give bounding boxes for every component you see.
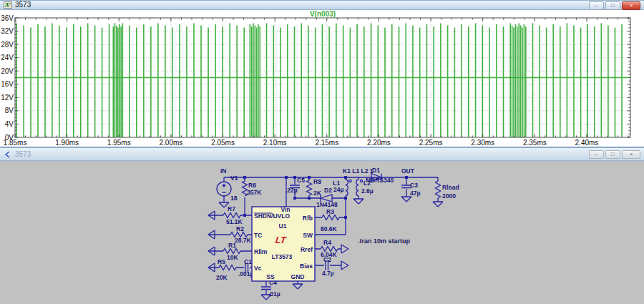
capacitor-c3[interactable]: C3 47µ [401,182,420,197]
y-axis-labels: 36V32V28V24V20V16V12V8V4V0V [1,14,14,142]
resistor-r6[interactable]: R6 357K [243,181,263,196]
c3-value: 47µ [410,190,420,197]
waveform-plot[interactable]: 36V32V28V24V20V16V12V8V4V0V 1.85ms1.90ms… [0,10,644,147]
r4-name: R4 [323,239,331,246]
c5-value: .22µ [286,187,298,194]
x-axis-tick-label: 2.25ms [419,139,443,147]
net-label-in[interactable]: IN [220,167,227,175]
pin-tc: TC [254,232,262,239]
resistor-rload[interactable]: Rload 2000 [436,181,459,200]
rload-name: Rload [442,184,459,191]
close-button[interactable]: × [622,150,640,159]
r7-value: 51.1K [226,218,243,225]
l1-value: 24µ [333,186,343,193]
waveform-app-icon [4,1,12,9]
pin-vc: Vc [254,265,262,272]
schematic-window: 3573 – □ × [0,147,644,304]
r2-value: 28.7K [235,237,252,244]
c2-name: C2 [323,256,331,263]
r1-value: 10K [227,254,238,261]
schematic-canvas[interactable]: V1 18 IN R6 357K C5 .22µ [0,161,644,304]
d2-name: D2 [324,187,332,194]
pin-shdn: SHDN/UVLO [254,212,290,220]
r5-name: R5 [218,258,225,265]
resistor-r1[interactable]: R1 10K [223,242,240,261]
ic-lt3573[interactable]: Vin SHDN/UVLO Rfb U1 TC SW LT Rlim Rref … [252,206,315,281]
voltage-source-v1[interactable]: V1 18 [217,175,238,202]
resistor-r8[interactable]: R8 2K [307,178,322,197]
y-axis-tick-label: 36V [1,14,14,22]
x-axis-tick-label: 2.15ms [315,139,338,147]
v1-name: V1 [230,175,238,182]
schematic-doc-icon [4,151,12,158]
capacitor-c2[interactable]: C2 4.7µ [322,256,334,277]
x-axis-tick-label: 1.85ms [4,139,27,147]
waveform-window: 3573 – □ × 36V32V28V24V20V16V12V8V4V0V 1… [0,0,644,147]
rload-value: 2000 [442,192,456,200]
y-axis-tick-label: 24V [1,54,14,62]
resistor-r4[interactable]: R4 6.04K [321,239,338,258]
x-axis-tick-label: 1.95ms [107,139,131,147]
waveform-window-titlebar[interactable]: 3573 – □ × [0,0,644,10]
y-axis-tick-label: 20V [1,67,14,75]
x-axis-labels: 1.85ms1.90ms1.95ms2.00ms2.05ms2.10ms2.15… [4,139,599,147]
c5-name: C5 [297,177,305,184]
v1-value: 18 [230,195,238,202]
minimize-button[interactable]: – [589,1,604,10]
pin-rref: Rref [301,246,313,253]
close-button[interactable]: × [622,1,640,10]
maximize-button[interactable]: □ [605,1,620,10]
y-axis-tick-label: 32V [1,27,14,35]
l2-value: 2.6µ [361,187,374,195]
minimize-button[interactable]: – [589,150,604,159]
pin-bias: Bias [300,263,313,270]
pin-sw: SW [303,232,313,239]
y-axis-tick-label: 16V [1,80,14,88]
c2-value: 4.7µ [322,270,334,277]
net-label-out[interactable]: OUT [401,167,415,175]
r7-name: R7 [228,205,235,212]
x-axis-tick-label: 2.35ms [523,139,547,147]
resistor-r3[interactable]: R3 80.6K [321,208,339,232]
resistor-r7[interactable]: R7 51.1K [223,205,243,225]
spice-directive[interactable]: .tran 10m startup [358,237,411,245]
pin-ss: SS [266,273,275,280]
r5-value: 20K [216,274,228,281]
resistor-r5[interactable]: R5 20K [216,258,236,281]
x-axis-tick-label: 2.30ms [471,139,494,147]
x-axis-tick-label: 2.10ms [263,139,287,147]
port-flags-left[interactable] [208,211,215,272]
d1-value: MBRS340 [366,177,394,184]
schematic-window-titlebar[interactable]: 3573 – □ × [0,147,644,161]
pin-rlim: Rlim [254,248,268,255]
c1-name: C1 [244,258,252,265]
r1-name: R1 [228,242,236,249]
waveform-window-title: 3573 [15,1,31,9]
d1-name: D1 [372,167,380,174]
x-axis-tick-label: 2.40ms [575,139,599,147]
maximize-button[interactable]: □ [605,150,620,159]
x-axis-tick-label: 2.20ms [367,139,391,147]
y-axis-tick-label: 12V [1,94,14,102]
y-axis-tick-label: 4V [5,120,14,128]
r3-value: 80.6K [321,225,338,232]
r6-name: R6 [248,182,256,189]
c3-name: C3 [410,182,418,189]
trace-label[interactable]: V(n003) [310,10,336,18]
voltage-trace [15,23,630,137]
waveform-pane[interactable]: 36V32V28V24V20V16V12V8V4V0V 1.85ms1.90ms… [0,10,644,147]
ic-part: LT3573 [272,253,293,260]
pin-gnd: GND [291,273,305,280]
r2-name: R2 [236,225,244,232]
port-flags-right[interactable] [341,245,348,270]
y-axis-tick-label: 8V [5,107,14,114]
y-axis-tick-label: 28V [1,41,14,49]
x-axis-tick-label: 1.90ms [55,139,79,147]
r3-name: R3 [326,208,334,215]
ic-ref: U1 [279,222,287,230]
x-axis-tick-label: 2.05ms [211,139,235,147]
c4-value: .01µ [268,290,280,298]
coupling-directive[interactable]: K1 L1 L2 1 [343,167,374,175]
schematic-window-title: 3573 [15,151,31,158]
r6-value: 357K [247,189,262,196]
